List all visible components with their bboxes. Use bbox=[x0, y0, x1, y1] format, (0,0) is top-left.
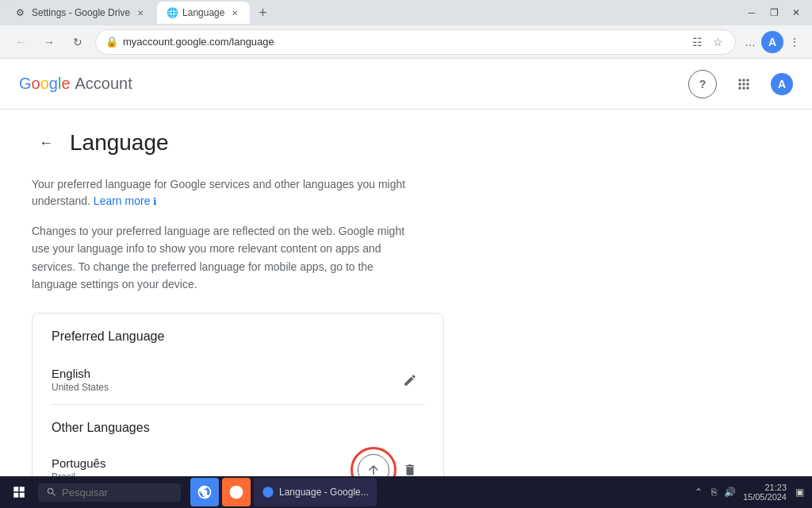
browser-addressbar: ← → ↻ 🔒 myaccount.google.com/language ☷ … bbox=[0, 25, 812, 59]
svg-point-1 bbox=[262, 487, 273, 497]
info-text: Changes to your preferred language are r… bbox=[32, 222, 412, 294]
preferred-language-actions bbox=[396, 366, 424, 394]
translate-icon[interactable]: ☷ bbox=[689, 34, 705, 50]
google-account-header: Google Account ? A bbox=[0, 59, 812, 110]
nav-refresh-button[interactable]: ↻ bbox=[67, 31, 89, 53]
window-controls: ─ ❐ ✕ bbox=[742, 3, 806, 22]
start-button[interactable] bbox=[3, 476, 35, 508]
browser-user-avatar[interactable]: A bbox=[761, 31, 783, 53]
learn-more-link[interactable]: Learn more ℹ bbox=[94, 194, 157, 207]
move-up-button[interactable] bbox=[358, 454, 389, 476]
tab-language[interactable]: 🌐 Language ✕ bbox=[157, 2, 250, 24]
account-user-avatar[interactable]: A bbox=[771, 73, 793, 95]
taskbar-chrome-icon[interactable] bbox=[190, 478, 219, 506]
main-content: ← Language Your preferred language for G… bbox=[0, 110, 634, 476]
page-content: Google Account ? A ← Language bbox=[0, 59, 812, 476]
apps-grid-icon[interactable] bbox=[730, 70, 758, 98]
taskbar-date-display: 15/05/2024 bbox=[743, 492, 787, 502]
tab-settings-close[interactable]: ✕ bbox=[135, 7, 146, 18]
address-bar[interactable]: 🔒 myaccount.google.com/language ☷ ☆ bbox=[95, 29, 736, 55]
preferred-section-title: Preferred Language bbox=[52, 329, 424, 344]
taskbar-tray: ⌃ ⎘ 🔊 bbox=[692, 486, 737, 498]
taskbar-left: Language - Google... bbox=[0, 476, 377, 508]
language-card: Preferred Language English United States bbox=[32, 313, 444, 476]
tabs-area: ⚙ Settings - Google Drive ✕ 🌐 Language ✕… bbox=[6, 2, 742, 24]
preferred-language-row: English United States bbox=[52, 356, 424, 405]
other-section-title: Other Languages bbox=[52, 421, 424, 435]
delete-other-language-button[interactable] bbox=[396, 456, 424, 476]
other-language-row: Português Brasil bbox=[52, 444, 424, 476]
header-right-icons: ? A bbox=[688, 70, 793, 98]
taskbar-colorful-icon[interactable] bbox=[222, 478, 251, 506]
new-tab-button[interactable]: + bbox=[251, 2, 274, 24]
browser-nav-extras: … A ⋮ bbox=[742, 31, 802, 53]
preferred-language-info: English United States bbox=[52, 367, 109, 393]
edit-preferred-language-button[interactable] bbox=[396, 366, 424, 394]
minimize-button[interactable]: ─ bbox=[742, 3, 761, 22]
taskbar-right: ⌃ ⎘ 🔊 21:23 15/05/2024 ▣ bbox=[692, 483, 812, 502]
taskbar-clock[interactable]: 21:23 15/05/2024 bbox=[743, 483, 787, 502]
browser-window: ⚙ Settings - Google Drive ✕ 🌐 Language ✕… bbox=[0, 0, 812, 476]
taskbar-language-app[interactable]: Language - Google... bbox=[254, 478, 377, 506]
other-language-name: Português bbox=[52, 456, 105, 470]
logo-account-text: Account bbox=[75, 75, 132, 93]
browser-titlebar: ⚙ Settings - Google Drive ✕ 🌐 Language ✕… bbox=[0, 0, 812, 25]
tab-language-close[interactable]: ✕ bbox=[229, 7, 240, 18]
tab-settings-favicon: ⚙ bbox=[16, 7, 27, 18]
taskbar: Language - Google... ⌃ ⎘ 🔊 21:23 15/05/2… bbox=[0, 476, 812, 508]
up-button-wrapper bbox=[358, 454, 389, 476]
address-icons: ☷ ☆ bbox=[689, 34, 726, 50]
preferred-language-section: Preferred Language English United States bbox=[52, 329, 424, 405]
google-account-logo: Google Account bbox=[19, 75, 132, 93]
tray-notifications-icon[interactable]: ▣ bbox=[793, 486, 806, 498]
page-title: Language bbox=[70, 130, 169, 156]
other-language-actions bbox=[358, 454, 424, 476]
taskbar-search-input[interactable] bbox=[62, 487, 165, 498]
taskbar-search[interactable] bbox=[38, 483, 181, 502]
tab-settings[interactable]: ⚙ Settings - Google Drive ✕ bbox=[6, 2, 155, 24]
taskbar-time-display: 21:23 bbox=[743, 483, 787, 492]
preferred-language-region: United States bbox=[52, 382, 109, 393]
close-button[interactable]: ✕ bbox=[787, 3, 806, 22]
tab-language-title: Language bbox=[182, 7, 224, 18]
back-button[interactable]: ← bbox=[32, 129, 60, 157]
bookmark-icon[interactable]: ☆ bbox=[710, 34, 726, 50]
maximize-button[interactable]: ❐ bbox=[764, 3, 783, 22]
address-text: myaccount.google.com/language bbox=[123, 36, 684, 48]
help-icon[interactable]: ? bbox=[688, 70, 717, 98]
tray-icon-expand[interactable]: ⌃ bbox=[692, 486, 705, 498]
nav-back-button[interactable]: ← bbox=[10, 31, 32, 53]
tab-language-favicon: 🌐 bbox=[167, 7, 178, 18]
browser-menu-icon[interactable]: ⋮ bbox=[787, 34, 802, 50]
tab-settings-title: Settings - Google Drive bbox=[32, 7, 130, 18]
other-languages-section: Other Languages Português Brasil bbox=[52, 421, 424, 476]
other-language-info: Português Brasil bbox=[52, 456, 105, 476]
tray-icon-network[interactable]: ⎘ bbox=[708, 486, 721, 498]
extensions-icon[interactable]: … bbox=[742, 34, 758, 50]
tray-icon-volume[interactable]: 🔊 bbox=[724, 486, 737, 498]
logo-google: Google bbox=[19, 75, 71, 93]
description-text: Your preferred language for Google servi… bbox=[32, 176, 412, 210]
taskbar-app-title: Language - Google... bbox=[279, 487, 369, 498]
nav-forward-button[interactable]: → bbox=[38, 31, 60, 53]
page-back-title: ← Language bbox=[32, 129, 603, 157]
preferred-language-name: English bbox=[52, 367, 109, 380]
